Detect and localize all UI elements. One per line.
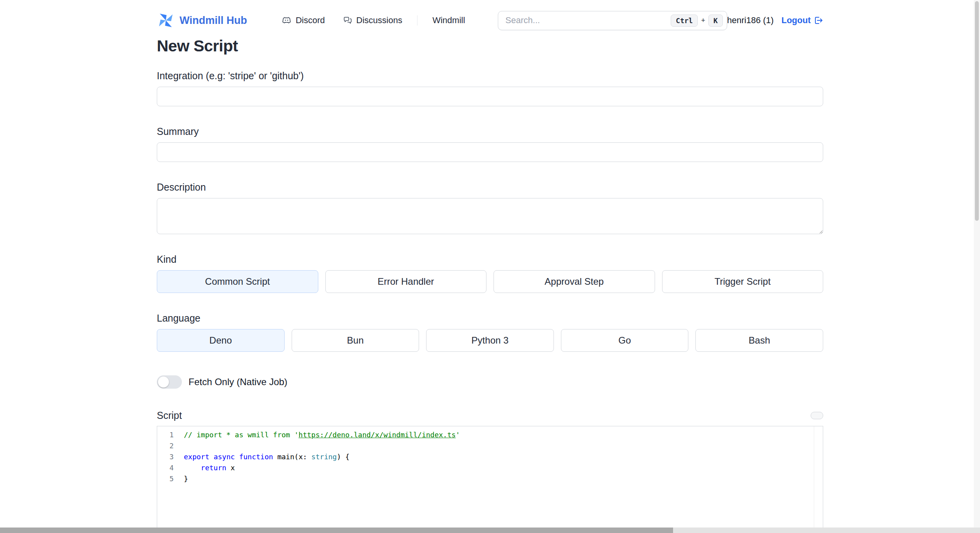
logout-label: Logout [781,15,811,25]
language-option-deno[interactable]: Deno [157,329,285,352]
horizontal-scrollbar-thumb[interactable] [0,528,673,533]
kind-option-error-handler[interactable]: Error Handler [325,270,487,293]
kind-option-approval-step[interactable]: Approval Step [494,270,655,293]
horizontal-scrollbar-track[interactable] [0,528,980,533]
summary-label: Summary [157,126,823,137]
nav-item-discord[interactable]: Discord [281,15,325,25]
description-textarea[interactable] [157,198,823,234]
shortcut-plus: + [701,16,705,25]
integration-label: Integration (e.g: 'stripe' or 'github') [157,70,823,82]
nav-divider [417,15,417,25]
logout-icon [814,16,823,25]
line-number: 1 [157,429,174,440]
language-option-bash[interactable]: Bash [695,329,823,352]
discussions-icon [343,16,352,25]
brand-title: Windmill Hub [180,15,247,27]
windmill-logo-icon [157,11,175,29]
vertical-scrollbar-track[interactable] [974,0,980,533]
integration-input[interactable] [157,87,823,106]
nav-item-windmill[interactable]: Windmill [432,15,465,25]
editor-scrollbar-divider [814,426,814,531]
vertical-scrollbar-thumb[interactable] [975,1,979,221]
kind-options: Common ScriptError HandlerApproval StepT… [157,270,823,293]
username-label: henri186 (1) [727,15,774,25]
nav-item-label: Discord [296,15,325,25]
discord-icon [281,15,292,25]
language-option-go[interactable]: Go [561,329,689,352]
language-label: Language [157,313,823,324]
nav-item-label: Discussions [356,15,402,25]
description-field: Description [157,182,823,234]
summary-input[interactable] [157,142,823,162]
integration-field: Integration (e.g: 'stripe' or 'github') [157,70,823,106]
content-container: Windmill Hub Discord Discussi [157,0,823,531]
language-option-bun[interactable]: Bun [292,329,419,352]
script-label: Script [157,410,182,421]
line-number: 5 [157,473,174,484]
line-number: 3 [157,451,174,462]
summary-field: Summary [157,126,823,162]
editor-code[interactable]: // import * as wmill from 'https://deno.… [184,429,813,484]
language-option-python-3[interactable]: Python 3 [426,329,554,352]
fetch-only-label: Fetch Only (Native Job) [189,377,287,387]
nav-item-label: Windmill [432,15,465,25]
header-nav: Discord Discussions Windmill [281,15,465,25]
shortcut-key-k: K [708,15,723,27]
language-options: DenoBunPython 3GoBash [157,329,823,352]
toggle-knob [158,377,169,387]
line-number: 4 [157,462,174,473]
logout-link[interactable]: Logout [781,15,823,25]
editor-gutter: 12345 [157,429,174,484]
kind-option-trigger-script[interactable]: Trigger Script [662,270,824,293]
page: Windmill Hub Discord Discussi [0,0,980,533]
header: Windmill Hub Discord Discussi [157,10,823,31]
shortcut-key-ctrl: Ctrl [671,15,698,27]
script-header: Script [157,410,823,421]
search-input[interactable] [505,15,671,26]
page-title: New Script [157,37,823,55]
code-editor[interactable]: 12345 // import * as wmill from 'https:/… [157,426,823,531]
line-number: 2 [157,440,174,451]
code-line[interactable]: return x [184,462,813,473]
brand-link[interactable]: Windmill Hub [157,11,247,29]
kind-label: Kind [157,254,823,265]
search-box[interactable]: Ctrl + K [498,11,727,30]
language-field: Language DenoBunPython 3GoBash [157,313,823,352]
editor-corner-toggle[interactable] [811,412,823,419]
code-line[interactable]: // import * as wmill from 'https://deno.… [184,429,813,440]
fetch-only-row: Fetch Only (Native Job) [157,375,823,389]
nav-item-discussions[interactable]: Discussions [343,15,402,25]
header-right: henri186 (1) Logout [727,15,823,25]
kind-field: Kind Common ScriptError HandlerApproval … [157,254,823,293]
code-line[interactable]: export async function main(x: string) { [184,451,813,462]
code-line[interactable] [184,440,813,451]
script-field: Script 12345 // import * as wmill from '… [157,410,823,531]
code-line[interactable]: } [184,473,813,484]
kind-option-common-script[interactable]: Common Script [157,270,318,293]
fetch-only-toggle[interactable] [157,375,182,389]
description-label: Description [157,182,823,193]
